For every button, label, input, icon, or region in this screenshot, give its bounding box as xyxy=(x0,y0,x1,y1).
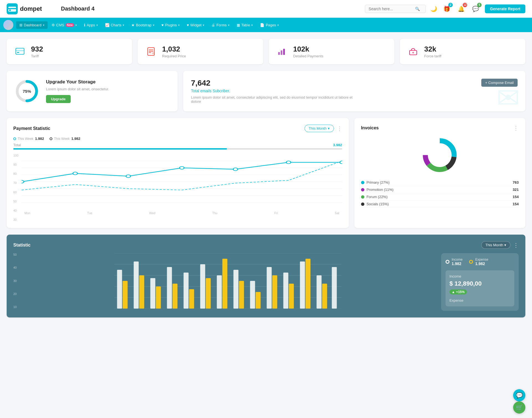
svg-rect-13 xyxy=(278,52,280,55)
payment-card: Payment Statistic This Month ▾ ⋮ This We… xyxy=(7,118,349,228)
force-tariff-value: 32k xyxy=(424,45,441,53)
email-info: 7,642 Total emails Subcriber. Lorem ipsu… xyxy=(191,79,357,104)
svg-rect-65 xyxy=(289,284,294,309)
charts-icon: 📈 xyxy=(105,23,109,27)
svg-rect-49 xyxy=(156,286,161,309)
svg-point-30 xyxy=(180,166,184,169)
total-value: 3.982 xyxy=(333,143,342,147)
notification-button[interactable]: 🔔 12 xyxy=(456,4,466,14)
income-value: $ 12,890,00 xyxy=(449,280,510,287)
payment-more-button[interactable]: ⋮ xyxy=(337,125,342,132)
statistic-more-button[interactable]: ⋮ xyxy=(513,242,519,248)
storage-info: Upgrade Your Storage Lorem ipsum dolor s… xyxy=(46,79,109,103)
svg-point-28 xyxy=(73,172,78,175)
chevron-down-icon: ▾ xyxy=(504,243,506,247)
svg-rect-56 xyxy=(217,275,222,309)
generate-report-button[interactable]: Generate Report xyxy=(485,4,525,13)
tariff-icon xyxy=(13,45,27,58)
legend-item-1: This Week 1.982 xyxy=(13,137,44,141)
svg-rect-68 xyxy=(317,275,322,309)
notification-badge: 12 xyxy=(463,3,467,7)
chevron-down-icon: ▾ xyxy=(75,24,77,27)
chevron-down-icon: ▾ xyxy=(43,24,44,27)
nav-item-pages[interactable]: 📄 Pages ▾ xyxy=(257,21,282,29)
main-content: 932 Tariff + 1,032 Required Price 102k D… xyxy=(0,32,532,324)
promotion-dot xyxy=(361,188,364,191)
chevron-down-icon: ▾ xyxy=(178,24,180,27)
statistic-right-panel: Income 1.982 Expense 1.982 Income $ xyxy=(441,253,519,311)
nav-item-bootstrap[interactable]: ★ Bootstrap ▾ xyxy=(128,21,158,29)
email-card: 7,642 Total emails Subcriber. Lorem ipsu… xyxy=(183,71,525,111)
nav-item-charts[interactable]: 📈 Charts ▾ xyxy=(102,21,127,29)
svg-rect-57 xyxy=(222,259,227,309)
nav-item-widget[interactable]: ♥ Widget ▾ xyxy=(183,21,208,29)
svg-point-29 xyxy=(126,175,131,178)
svg-rect-60 xyxy=(250,281,255,309)
email-description: Lorem ipsum dolor sit amet, consectetur … xyxy=(191,95,357,104)
payment-title: Payment Statistic xyxy=(13,126,50,131)
this-month-select[interactable]: This Month ▾ xyxy=(305,125,334,132)
income-legend-item: Income 1.982 xyxy=(446,258,462,266)
legend-dot-teal xyxy=(13,137,16,140)
payment-progress-bar xyxy=(13,148,342,150)
header-icons: 🌙 🎁 2 🔔 12 💬 5 Generate Report xyxy=(430,4,525,14)
invoices-more-button[interactable]: ⋮ xyxy=(513,125,519,131)
income-badge: ▲ +15% xyxy=(449,289,467,294)
legend-item-2: This Week 1.982 xyxy=(50,137,80,141)
stat-card-tariff: 932 Tariff xyxy=(7,39,132,64)
search-icon[interactable]: 🔍 xyxy=(415,7,420,11)
expense-legend-item: Expense 1.982 xyxy=(469,258,488,266)
line-chart-svg xyxy=(22,154,342,209)
svg-rect-48 xyxy=(150,278,155,309)
stat-card-required-price: + 1,032 Required Price xyxy=(138,39,263,64)
svg-text:+: + xyxy=(152,52,154,54)
dark-mode-icon[interactable]: 🌙 xyxy=(430,6,437,12)
nav-item-forms[interactable]: 🖨 Forms ▾ xyxy=(208,21,233,29)
nav-item-plugins[interactable]: ♥ Plugins ▾ xyxy=(158,21,183,29)
forum-dot xyxy=(361,195,364,199)
cms-new-badge: New xyxy=(66,23,74,27)
statistic-month-select[interactable]: This Month ▾ xyxy=(481,241,510,249)
payment-header-right: This Month ▾ ⋮ xyxy=(305,125,342,132)
force-tariff-icon xyxy=(406,45,420,58)
stat-info-required-price: 1,032 Required Price xyxy=(162,45,186,58)
logo-icon xyxy=(7,3,18,14)
message-button[interactable]: 💬 5 xyxy=(470,4,480,14)
nav-item-apps[interactable]: ℹ Apps ▾ xyxy=(81,21,101,29)
socials-dot xyxy=(361,202,364,206)
chevron-down-icon: ▾ xyxy=(153,24,154,27)
email-label: Total emails Subcriber. xyxy=(191,89,357,93)
search-input[interactable] xyxy=(369,7,413,11)
nav-item-cms[interactable]: ⚙ CMS New ▾ xyxy=(48,21,80,29)
tariff-label: Tariff xyxy=(31,54,43,58)
statistic-header: Statistic This Month ▾ ⋮ xyxy=(13,241,519,249)
forms-icon: 🖨 xyxy=(211,23,215,27)
bar-chart-area: 50 40 30 20 10 xyxy=(13,253,436,311)
cms-icon: ⚙ xyxy=(52,23,55,27)
search-bar: 🔍 xyxy=(365,5,426,13)
svg-rect-53 xyxy=(189,289,194,309)
stat-info-tariff: 932 Tariff xyxy=(31,45,43,58)
navigation: ⊞ Dashboard ▾ ⚙ CMS New ▾ ℹ Apps ▾ 📈 Cha… xyxy=(0,18,532,32)
svg-rect-6 xyxy=(17,52,19,53)
svg-rect-61 xyxy=(256,292,261,309)
income-box: Income $ 12,890,00 ▲ +15% Expense xyxy=(446,270,514,306)
statistic-content: 50 40 30 20 10 xyxy=(13,253,519,311)
legend-item-primary: Primary (27%) 763 xyxy=(361,179,519,186)
upgrade-button[interactable]: Upgrade xyxy=(46,95,71,103)
storage-description: Lorem ipsum dolor sit amet, onsectetur. xyxy=(46,87,109,91)
statistic-header-right: This Month ▾ ⋮ xyxy=(481,241,519,249)
nav-item-table[interactable]: ▦ Table ▾ xyxy=(233,21,256,29)
chevron-down-icon: ▾ xyxy=(123,24,124,27)
message-badge: 5 xyxy=(477,3,482,7)
required-price-icon: + xyxy=(144,45,158,58)
nav-item-dashboard[interactable]: ⊞ Dashboard ▾ xyxy=(16,21,48,29)
svg-point-3 xyxy=(9,9,11,11)
svg-rect-63 xyxy=(272,275,277,309)
tariff-value: 932 xyxy=(31,45,43,53)
widget-icon: ♥ xyxy=(187,23,189,27)
gift-button[interactable]: 🎁 2 xyxy=(442,4,452,14)
svg-rect-58 xyxy=(234,270,239,309)
svg-rect-2 xyxy=(8,8,16,9)
email-card-top: 7,642 Total emails Subcriber. Lorem ipsu… xyxy=(191,79,518,104)
